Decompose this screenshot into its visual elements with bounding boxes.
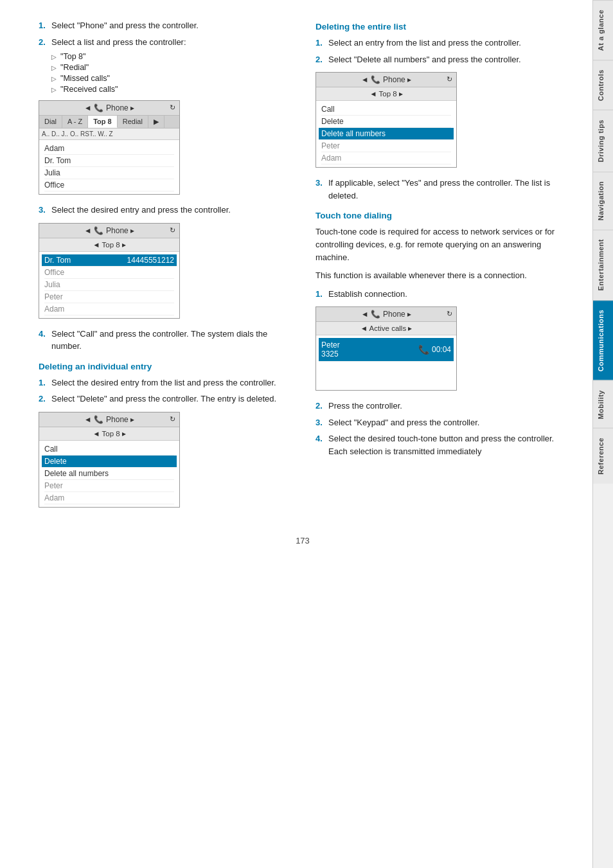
tt-step-1-num: 1. [315,288,324,301]
step-4-list: 4. Select "Call" and press the controlle… [39,328,290,353]
del-step-2-text: Select "Delete" and press the controller… [51,393,276,405]
sidebar-tabs: At a glance Controls Driving tips Naviga… [592,0,613,868]
row-call-3: Call [44,443,174,456]
ent-step-2-num: 2. [315,53,324,66]
step-3-num: 3. [39,204,48,217]
phone-ui-5-header: ◄ 📞 Phone ▸ ↻ [316,307,456,322]
row-drtom-selected: Dr. Tom 14445551212 [42,254,177,267]
tt-step-3-num: 3. [315,416,324,429]
left-column: 1. Select "Phone" and press the controll… [39,19,290,517]
caller-name: Peter [321,341,340,350]
phone-ui-4-header: ◄ 📞 Phone ▸ ↻ [316,73,456,87]
touch-tone-heading: Touch tone dialing [315,211,567,220]
deleting-entire-heading: Deleting the entire list [315,22,567,31]
tt-step-3-text: Select "Keypad" and press the controller… [328,416,479,429]
row-julia: Julia [44,167,174,179]
bullet-items: ▷ "Top 8" ▷ "Redial" ▷ "Missed calls" ▷ … [39,52,290,94]
sidebar-tab-at-a-glance[interactable]: At a glance [593,0,613,60]
row-office: Office [44,179,174,191]
page-number: 173 [39,536,567,545]
refresh-icon-1: ↻ [170,103,175,112]
bullet-4-text: "Received calls" [60,85,118,94]
row-active-call: Peter 3325 📞 00:04 [319,338,454,362]
row-adam-4: Adam [321,152,451,164]
step-1-num: 1. [39,19,48,32]
touch-tone-step1-list: 1. Establish connection. [315,288,567,301]
tt-step-1: 1. Establish connection. [315,288,567,301]
phone-ui-2: ◄ 📞 Phone ▸ ↻ ◄ Top 8 ▸ Dr. Tom 14445551… [39,223,290,319]
sidebar-tab-driving-tips[interactable]: Driving tips [593,110,613,172]
bullet-2-text: "Redial" [60,63,89,72]
bullet-4: ▷ "Received calls" [51,85,290,94]
phone-ui-1-alpha: A.. D.. J.. O.. RST.. W.. Z [39,128,179,140]
phone-ui-3-sub: ◄ Top 8 ▸ [39,427,179,441]
tt-step-2-text: Press the controller. [328,400,402,412]
row-peter-3: Peter [44,480,174,492]
phone-icon-3: ◄ 📞 [84,415,103,424]
tt-step-1-text: Establish connection. [328,288,407,301]
tt-step-4-num: 4. [315,432,324,457]
ent-step-1: 1. Select an entry from the list and pre… [315,37,567,49]
sidebar-tab-controls[interactable]: Controls [593,60,613,110]
deleting-entire-steps: 1. Select an entry from the list and pre… [315,37,567,66]
bullet-2: ▷ "Redial" [51,63,290,72]
phone-ui-1-header: ◄ 📞 Phone ▸ ↻ [39,101,179,116]
tab-dial: Dial [39,116,62,128]
bullet-3-text: "Missed calls" [60,74,110,83]
sidebar-tab-communications[interactable]: Communications [593,300,613,380]
tab-more: ▶ [148,116,164,128]
del-step-1-text: Select the desired entry from the list a… [51,376,276,389]
sidebar-tab-navigation[interactable]: Navigation [593,172,613,229]
del-step-2-num: 2. [39,393,48,405]
phone-ui-2-header: ◄ 📞 Phone ▸ ↻ [39,224,179,238]
step-4-text: Select "Call" and press the controller. … [51,328,290,353]
del-step-1: 1. Select the desired entry from the lis… [39,376,290,389]
phone-ui-4-body: Call Delete Delete all numbers Peter Ada… [316,101,456,167]
intro-steps: 1. Select "Phone" and press the controll… [39,19,290,48]
step-3: 3. Select the desired entry and press th… [39,204,290,217]
refresh-icon-4: ↻ [447,75,452,84]
step-2-num: 2. [39,36,48,49]
tt-step-3: 3. Select "Keypad" and press the control… [315,416,567,429]
sidebar-tab-reference[interactable]: Reference [593,428,613,484]
step-3-list: 3. Select the desired entry and press th… [39,204,290,217]
touch-tone-section: Touch tone dialing Touch-tone code is re… [315,211,567,300]
phone-ui-5-body: Peter 3325 📞 00:04 [316,335,456,364]
caller-number: 3325 [321,350,340,359]
row-adam-3: Adam [44,492,174,504]
tt-step-4: 4. Select the desired touch-tone button … [315,432,567,457]
row-call-4: Call [321,103,451,116]
phone-ui-1-tabs: Dial A - Z Top 8 Redial ▶ [39,116,179,128]
arrow-icon-1: ▷ [51,53,57,60]
row-peter-2: Peter [44,291,174,303]
phone-ui-1: ◄ 📞 Phone ▸ ↻ Dial A - Z Top 8 Redial ▶ [39,100,290,195]
refresh-icon-5: ↻ [447,310,452,318]
phone-icon-1: ◄ 📞 [84,103,103,112]
step-4: 4. Select "Call" and press the controlle… [39,328,290,353]
row-deleteall-3: Delete all numbers [44,468,174,480]
ent-step-2: 2. Select "Delete all numbers" and press… [315,53,567,66]
phone-ui-5: ◄ 📞 Phone ▸ ↻ ◄ Active calls ▸ Peter [315,306,567,391]
ent-step-1-text: Select an entry from the list and press … [328,37,521,49]
phone-ui-5-sub: ◄ Active calls ▸ [316,322,456,335]
del-step-1-num: 1. [39,376,48,389]
right-column: Deleting the entire list 1. Select an en… [315,19,567,517]
deleting-entire-section: Deleting the entire list 1. Select an en… [315,22,567,66]
deleting-individual-heading: Deleting an individual entry [39,362,290,371]
row-office-2: Office [44,267,174,279]
ent-step-3-num: 3. [315,177,324,202]
phone-ui-1-body: Adam Dr. Tom Julia Office [39,140,179,194]
step-1: 1. Select "Phone" and press the controll… [39,19,290,32]
phone-ui-2-body: Dr. Tom 14445551212 Office Julia Peter A… [39,252,179,318]
touch-tone-steps: 2. Press the controller. 3. Select "Keyp… [315,400,567,457]
row-julia-2: Julia [44,279,174,291]
refresh-icon-3: ↻ [170,415,175,423]
refresh-icon-2: ↻ [170,226,175,235]
step-4-num: 4. [39,328,48,353]
sidebar-tab-entertainment[interactable]: Entertainment [593,229,613,299]
sidebar-tab-mobility[interactable]: Mobility [593,380,613,429]
phone-call-icon: 📞 [418,344,429,355]
phone-ui-3-body: Call Delete Delete all numbers Peter Ada… [39,441,179,507]
tab-top8: Top 8 [88,116,118,128]
step-1-text: Select "Phone" and press the controller. [51,19,199,32]
